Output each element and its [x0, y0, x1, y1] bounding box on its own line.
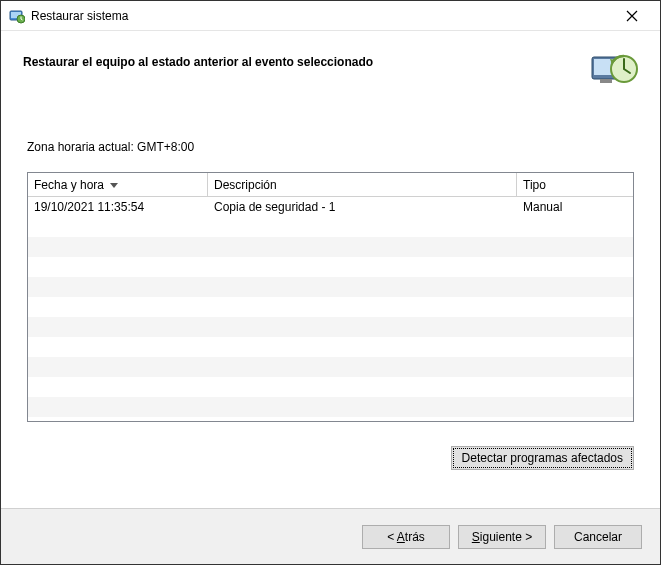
titlebar: Restaurar sistema: [1, 1, 660, 31]
column-description-label: Descripción: [214, 178, 277, 192]
restore-graphic-icon: [590, 49, 638, 89]
cell-type: Manual: [517, 200, 633, 214]
content: Zona horaria actual: GMT+8:00 Fecha y ho…: [1, 118, 660, 508]
table-header: Fecha y hora Descripción Tipo: [28, 173, 633, 197]
page-heading: Restaurar el equipo al estado anterior a…: [23, 49, 590, 69]
column-type-label: Tipo: [523, 178, 546, 192]
column-type[interactable]: Tipo: [517, 173, 633, 196]
column-date-label: Fecha y hora: [34, 178, 104, 192]
column-date[interactable]: Fecha y hora: [28, 173, 208, 196]
detect-row: Detectar programas afectados: [27, 446, 634, 470]
timezone-label: Zona horaria actual: GMT+8:00: [27, 140, 634, 154]
next-button[interactable]: Siguiente >: [458, 525, 546, 549]
table-row[interactable]: 19/10/2021 11:35:54 Copia de seguridad -…: [28, 197, 633, 217]
sort-descending-icon: [110, 178, 118, 192]
close-button[interactable]: [612, 2, 652, 30]
cell-description: Copia de seguridad - 1: [208, 200, 517, 214]
footer: < Atrás Siguiente > Cancelar: [1, 508, 660, 564]
close-icon: [626, 10, 638, 22]
table-body: 19/10/2021 11:35:54 Copia de seguridad -…: [28, 197, 633, 421]
cancel-button[interactable]: Cancelar: [554, 525, 642, 549]
detect-affected-programs-button[interactable]: Detectar programas afectados: [451, 446, 634, 470]
column-description[interactable]: Descripción: [208, 173, 517, 196]
system-restore-icon: [9, 8, 25, 24]
cell-date: 19/10/2021 11:35:54: [28, 200, 208, 214]
back-button[interactable]: < Atrás: [362, 525, 450, 549]
header: Restaurar el equipo al estado anterior a…: [1, 31, 660, 117]
svg-rect-5: [600, 79, 612, 83]
restore-points-table: Fecha y hora Descripción Tipo 19/10/2021…: [27, 172, 634, 422]
window-title: Restaurar sistema: [31, 9, 612, 23]
